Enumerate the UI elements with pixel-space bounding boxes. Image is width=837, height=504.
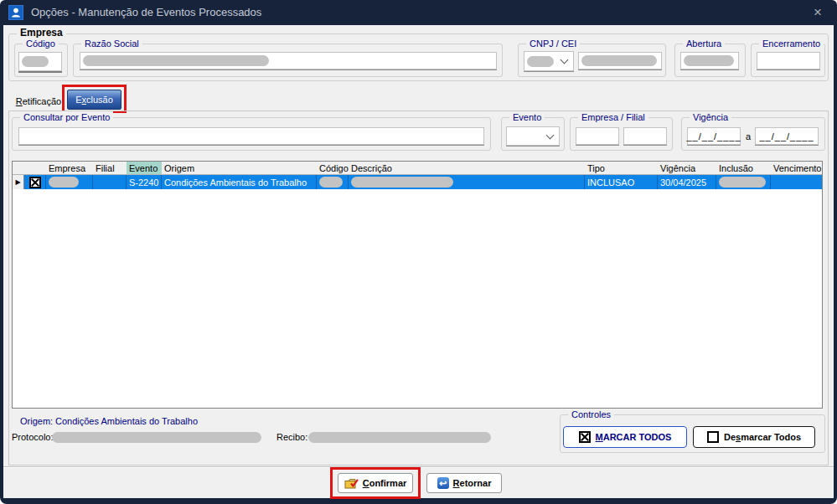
cell-vigencia: 30/04/2025 xyxy=(658,175,716,189)
table-row[interactable]: ▶ S-2240 Condições Ambientais do Trabalh… xyxy=(13,175,822,189)
cell-descricao xyxy=(349,175,585,189)
cnpj-type-redacted-value xyxy=(527,56,554,67)
recibo-redacted-value xyxy=(308,432,491,443)
unchecked-checkbox-icon xyxy=(707,431,719,443)
vigencia-end-input[interactable]: __/__/____ xyxy=(755,127,819,145)
col-codigo-header[interactable]: Código xyxy=(317,162,349,174)
cell-empresa xyxy=(46,175,93,189)
exclusao-annotation-box xyxy=(62,85,127,113)
encerramento-input[interactable] xyxy=(757,52,820,69)
app-person-icon xyxy=(8,5,23,20)
col-checkbox-header xyxy=(24,162,46,174)
recibo-label: Recibo: xyxy=(276,432,307,442)
protocolo-label: Protocolo: xyxy=(12,432,54,442)
checked-checkbox-icon[interactable] xyxy=(29,177,41,188)
razao-social-input[interactable] xyxy=(80,52,497,69)
cell-vencimento xyxy=(771,175,822,189)
cnpj-redacted-value xyxy=(581,55,657,66)
cell-codigo xyxy=(317,175,349,189)
retornar-button[interactable]: ↩ Retornar xyxy=(426,473,502,493)
window-title: Opções - Manutenção de Eventos Processad… xyxy=(31,6,261,18)
col-descricao-header[interactable]: Descrição xyxy=(349,162,585,174)
col-tipo-header[interactable]: Tipo xyxy=(585,162,658,174)
events-table: Empresa Filial Evento Origem Código Desc… xyxy=(12,161,823,409)
consultar-label: Consultar por Evento xyxy=(20,111,113,123)
evento-filter-label: Evento xyxy=(509,111,545,123)
vigencia-range-separator: a xyxy=(746,131,751,141)
chevron-down-icon xyxy=(546,131,555,139)
codigo-redacted-value xyxy=(22,56,49,67)
chevron-down-icon xyxy=(561,56,569,64)
razao-social-label: Razão Social xyxy=(81,38,142,49)
protocolo-redacted-value xyxy=(52,432,261,443)
cnpj-type-combobox[interactable] xyxy=(524,51,574,71)
title-bar: Opções - Manutenção de Eventos Processad… xyxy=(0,0,837,25)
desmarcar-todos-button[interactable]: Desmarcar Todos xyxy=(693,426,815,448)
evento-combobox[interactable] xyxy=(506,126,560,146)
checked-checkbox-icon xyxy=(579,431,591,443)
col-inclusao-header[interactable]: Inclusão xyxy=(716,162,771,174)
col-vencimento-header[interactable]: Vencimento xyxy=(771,162,822,174)
origem-detail-label: Origem: xyxy=(20,416,53,426)
return-arrow-icon: ↩ xyxy=(437,477,449,489)
retornar-label: Retornar xyxy=(453,478,492,488)
abertura-input[interactable] xyxy=(680,52,739,69)
empresa-group-label: Empresa xyxy=(17,27,66,39)
col-marker-header xyxy=(13,162,24,174)
abertura-label: Abertura xyxy=(683,38,725,49)
vigencia-start-input[interactable]: __/__/____ xyxy=(687,127,741,145)
cell-evento: S-2240 xyxy=(127,175,162,189)
current-row-marker-icon: ▶ xyxy=(13,175,24,189)
row-checkbox-cell[interactable] xyxy=(24,175,46,189)
descricao-redacted-value xyxy=(351,177,453,188)
table-header-row: Empresa Filial Evento Origem Código Desc… xyxy=(13,162,822,175)
col-evento-header[interactable]: Evento xyxy=(127,162,162,174)
col-filial-header[interactable]: Filial xyxy=(93,162,127,174)
cell-tipo: INCLUSAO xyxy=(585,175,658,189)
cell-origem: Condições Ambientais do Trabalho xyxy=(162,175,317,189)
vigencia-label: Vigência xyxy=(690,111,731,123)
dialog-window: Opções - Manutenção de Eventos Processad… xyxy=(0,0,837,504)
empresa-filial-label: Empresa / Filial xyxy=(578,111,648,123)
marcar-todos-label: MARCAR TODOS xyxy=(596,432,672,442)
cell-inclusao xyxy=(716,175,771,189)
encerramento-label: Encerramento xyxy=(759,38,824,49)
confirmar-annotation-box xyxy=(330,467,421,499)
consultar-input[interactable] xyxy=(18,127,484,145)
codigo-label: Código xyxy=(23,38,59,49)
inclusao-redacted-value xyxy=(719,177,766,188)
col-origem-header[interactable]: Origem xyxy=(162,162,317,174)
marcar-todos-button[interactable]: MARCAR TODOS xyxy=(563,426,687,448)
empresa-redacted-value xyxy=(49,177,79,188)
empresa-filter-input[interactable] xyxy=(576,127,619,145)
cell-filial xyxy=(93,175,127,189)
codigo-redacted-cell-value xyxy=(319,177,343,188)
col-vigencia-header[interactable]: Vigência xyxy=(658,162,716,174)
tab-retificacao[interactable]: Retificação xyxy=(12,92,65,111)
desmarcar-todos-label: Desmarcar Todos xyxy=(724,432,801,442)
abertura-redacted-value xyxy=(684,55,734,66)
origem-detail-value: Condições Ambientais do Trabalho xyxy=(55,416,198,426)
filial-filter-input[interactable] xyxy=(623,127,667,145)
controles-label: Controles xyxy=(568,409,614,420)
codigo-input[interactable] xyxy=(18,52,62,71)
col-empresa-header[interactable]: Empresa xyxy=(46,162,93,174)
cnpj-input[interactable] xyxy=(578,52,662,69)
razao-social-redacted-value xyxy=(83,55,269,66)
cnpj-cei-label: CNPJ / CEI xyxy=(526,38,580,49)
close-icon[interactable]: × xyxy=(809,3,827,22)
